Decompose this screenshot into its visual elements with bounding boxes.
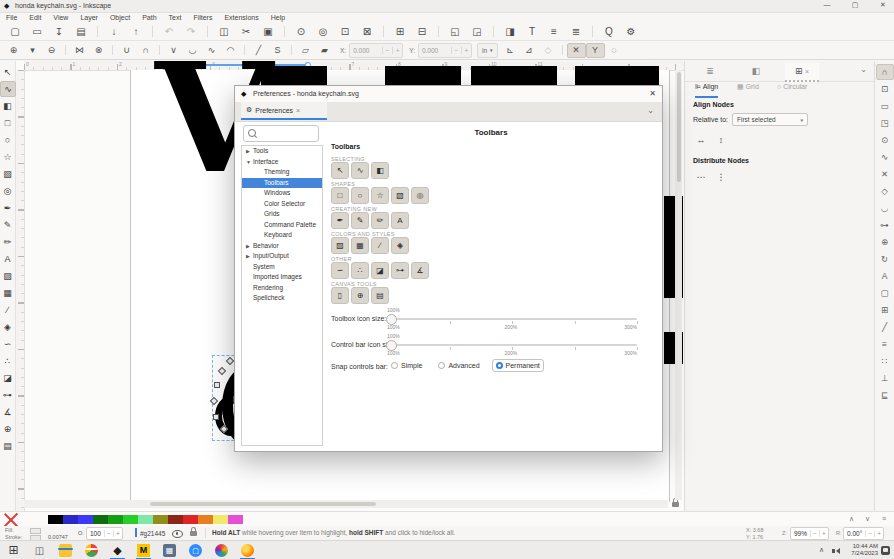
undo-button[interactable]: ↶ [158, 24, 180, 40]
palette-scroll-up[interactable]: ∧ [849, 515, 854, 523]
corner-node-button[interactable]: ∨ [164, 43, 183, 58]
chevron-down-icon[interactable]: ⌄ [647, 106, 654, 115]
rotation-input[interactable]: 0.00° − + [843, 527, 884, 540]
swatch-olive[interactable] [153, 515, 168, 524]
insert-node-button[interactable]: ⊕ [4, 43, 23, 58]
snap-paths[interactable]: ∿ [877, 149, 893, 165]
tree-item-input-output[interactable]: ▶Input/Output [242, 251, 322, 262]
start-button[interactable]: ⊞ [7, 544, 20, 557]
opacity-input[interactable]: 100 − + [86, 527, 123, 540]
relative-to-dropdown[interactable]: First selected ▾ [732, 113, 808, 126]
align-nodes-horizontally-button[interactable]: ↔ [693, 133, 709, 147]
snap-path-intersections[interactable]: ✕ [877, 166, 893, 182]
dock-tab-fill-stroke[interactable]: ◧ [739, 63, 773, 80]
align-dialog-button[interactable]: ≣ [565, 24, 587, 40]
delete-node-button[interactable]: ⊖ [42, 43, 61, 58]
spiral-tool[interactable]: ◎ [1, 183, 15, 199]
menu-item[interactable]: View [47, 13, 74, 22]
toggle-spray-tool[interactable]: ∴ [351, 262, 369, 279]
menu-item[interactable]: Edit [23, 13, 47, 22]
swatch-yellow[interactable] [213, 515, 228, 524]
inkscape-app[interactable]: ◆ [111, 544, 124, 557]
import-button[interactable]: ↓ [103, 24, 125, 40]
menu-item[interactable]: File [0, 13, 23, 22]
tab-close-icon[interactable]: × [296, 107, 300, 114]
make-curve-button[interactable]: S [268, 43, 287, 58]
tree-expander-icon[interactable]: ▶ [246, 241, 253, 252]
tree-item-theming[interactable]: Theming [242, 167, 322, 178]
fill-swatch[interactable] [30, 528, 41, 534]
snap-rotation-centers[interactable]: ↻ [877, 251, 893, 267]
open-document-button[interactable]: ▭ [26, 24, 48, 40]
vertical-ruler[interactable] [16, 70, 25, 511]
swatch-dark-blue[interactable] [63, 515, 78, 524]
swatch-dark-red[interactable] [168, 515, 183, 524]
tree-item-system[interactable]: System [242, 262, 322, 273]
snap-perpendicular[interactable]: ⊥ [877, 370, 893, 386]
tree-item-imported-images[interactable]: Imported Images [242, 272, 322, 283]
smooth-node-button[interactable]: ◡ [183, 43, 202, 58]
swatch-magenta[interactable] [228, 515, 243, 524]
pencil-tool[interactable]: ✎ [1, 217, 15, 233]
make-line-button[interactable]: ╱ [249, 43, 268, 58]
opacity-minus[interactable]: − [104, 530, 113, 537]
snap-guides[interactable]: ╱ [877, 319, 893, 335]
photos-app[interactable] [215, 544, 228, 557]
enable-snapping-toggle[interactable]: ∩ [876, 64, 894, 80]
close-button[interactable]: ✕ [874, 1, 892, 11]
group-button[interactable]: ◱ [444, 24, 466, 40]
radio-simple[interactable]: Simple [387, 359, 426, 372]
tree-item-rendering[interactable]: Rendering [242, 283, 322, 294]
toggle-pen-tool[interactable]: ✒ [331, 212, 349, 229]
radio-permanent[interactable]: Permanent [492, 359, 544, 372]
snap-bbox-corners[interactable]: ◳ [877, 115, 893, 131]
toggle-paint-bucket-tool[interactable]: ◈ [391, 237, 409, 254]
toggle-eraser-tool[interactable]: ◪ [371, 262, 389, 279]
layer-visibility-eye-icon[interactable] [172, 530, 183, 538]
copy-button[interactable]: ◫ [213, 24, 235, 40]
auto-smooth-node-button[interactable]: ◠ [221, 43, 240, 58]
toggle-gradient-tool[interactable]: ▨ [331, 237, 349, 254]
tree-item-command-palette[interactable]: Command Palette [242, 220, 322, 231]
dock-tab-objects[interactable]: ≣ [693, 63, 727, 80]
no-color-swatch[interactable] [3, 512, 18, 527]
horizontal-scrollbar[interactable] [24, 500, 668, 508]
tree-expander-icon[interactable]: ▶ [246, 146, 253, 157]
zoom-fit-button[interactable]: ⊠ [356, 24, 378, 40]
edit-mask-button[interactable]: ⊿ [520, 43, 539, 58]
layers-dialog-button[interactable]: ≡ [543, 24, 565, 40]
toggle-ellipse-tool[interactable]: ○ [351, 187, 369, 204]
search-input[interactable] [243, 125, 319, 142]
chevron-down-icon[interactable]: ⌄ [860, 65, 867, 74]
zoom-app[interactable]: ▢ [189, 544, 202, 557]
layer-lock-icon[interactable] [190, 531, 197, 536]
tree-item-behavior[interactable]: ▶Behavior [242, 241, 322, 252]
shape-builder-tool[interactable]: ◧ [1, 98, 15, 114]
toggle-selector-tool[interactable]: ↖ [331, 162, 349, 179]
stroke-to-path-button[interactable]: ▰ [315, 43, 334, 58]
ungroup-button[interactable]: ◲ [466, 24, 488, 40]
distribute-nodes-horizontally-button[interactable]: ⋯ [693, 170, 709, 184]
cut-button[interactable]: ✂ [235, 24, 257, 40]
menu-item[interactable]: Object [104, 13, 136, 22]
dialog-close-button[interactable]: ✕ [649, 89, 656, 98]
preferences-tab[interactable]: ⚙ Preferences × [241, 102, 327, 120]
eraser-tool[interactable]: ◪ [1, 370, 15, 386]
text-tool[interactable]: A [1, 251, 15, 267]
toggle-box-3d-tool[interactable]: ▧ [391, 187, 409, 204]
zoom-minus[interactable]: − [810, 530, 819, 537]
rectangle-tool[interactable]: □ [1, 115, 15, 131]
snap-smooth-nodes[interactable]: ◡ [877, 200, 893, 216]
tree-item-spellcheck[interactable]: Spellcheck [242, 293, 322, 304]
swatch-mint[interactable] [138, 515, 153, 524]
gradient-tool[interactable]: ▨ [1, 268, 15, 284]
toggle-zoom-tool[interactable]: ⊕ [351, 287, 369, 304]
dock-tab-close-icon[interactable]: × [805, 68, 809, 75]
toggle-measure-tool[interactable]: ∡ [411, 262, 429, 279]
snap-settings[interactable]: ⊑ [877, 387, 893, 403]
toggle-calligraphy-tool[interactable]: ✏ [371, 212, 389, 229]
spray-tool[interactable]: ∴ [1, 353, 15, 369]
x-coordinate-spinner[interactable]: 0.000 − + [349, 43, 403, 58]
calligraphy-tool[interactable]: ✏ [1, 234, 15, 250]
swatch-blue[interactable] [78, 515, 93, 524]
